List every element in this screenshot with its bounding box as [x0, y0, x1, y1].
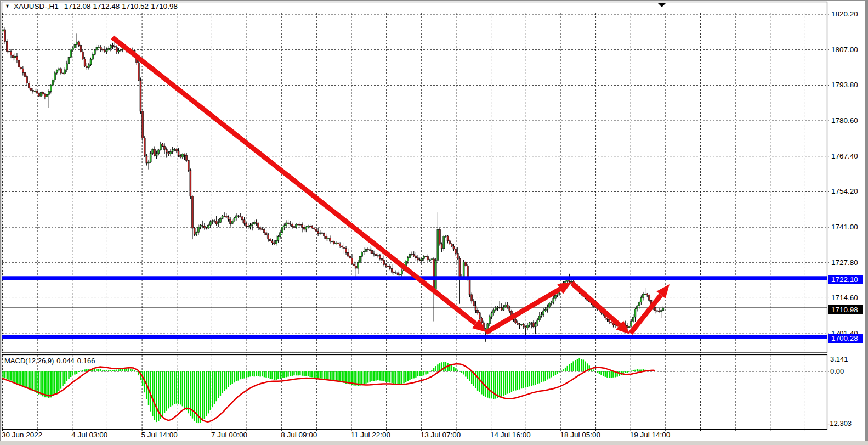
- support-price-tag[interactable]: 1700.28: [828, 334, 863, 343]
- price-axis-label: 1780.60: [831, 116, 858, 125]
- window-frame-right: [865, 0, 868, 445]
- time-axis-label[interactable]: 7 Jul 00:00: [211, 431, 247, 439]
- macd-indicator-label: MACD(12,26,9)0.0440.166: [4, 357, 98, 365]
- price-axis-label: 1714.60: [831, 294, 858, 302]
- ohlc-close: 1710.98: [151, 2, 178, 10]
- time-axis-label[interactable]: 19 Jul 14:00: [630, 431, 671, 439]
- window-frame-left: [0, 0, 1, 445]
- time-axis-label[interactable]: 8 Jul 09:00: [281, 431, 317, 439]
- macd-axis-label: 3.141: [830, 356, 848, 363]
- resistance-price-tag[interactable]: 1722.10: [828, 275, 863, 284]
- chart-title-overlay: ▼XAUUSD-,H11712.081712.481710.521710.98: [5, 2, 180, 10]
- macd-name: MACD(12,26,9): [4, 357, 54, 365]
- support-line[interactable]: [2, 335, 827, 339]
- macd-signal-value: 0.166: [77, 357, 95, 365]
- chart-shift-marker-icon[interactable]: [658, 3, 666, 7]
- symbol-period-label: XAUUSD-,H1: [14, 2, 59, 10]
- price-lines-layer[interactable]: [2, 276, 827, 339]
- time-axis-label[interactable]: 5 Jul 14:00: [141, 431, 178, 439]
- price-axis-label: 1820.20: [831, 10, 858, 19]
- macd-value: 0.044: [56, 357, 75, 365]
- current-price-price-tag[interactable]: 1710.98: [828, 305, 863, 314]
- price-axis-label: 1793.80: [831, 81, 858, 89]
- time-axis-label[interactable]: 18 Jul 05:00: [560, 431, 600, 439]
- time-axis-label[interactable]: 4 Jul 03:00: [71, 431, 107, 439]
- time-axis-label[interactable]: 11 Jul 22:00: [351, 431, 391, 439]
- trend-arrow[interactable]: [572, 283, 620, 325]
- price-axis-label: 1754.20: [831, 187, 858, 196]
- symbol-dropdown-icon[interactable]: ▼: [5, 3, 10, 9]
- price-axis-label: 1727.80: [831, 258, 858, 267]
- price-axis-label: 1767.40: [831, 152, 858, 161]
- price-axis-label: 1741.00: [831, 223, 858, 232]
- price-axis-label: 1807.00: [831, 46, 858, 54]
- chart-canvas[interactable]: [0, 0, 868, 445]
- candles-layer: [2, 15, 664, 342]
- ohlc-high: 1712.48: [93, 2, 120, 10]
- time-axis-label[interactable]: 13 Jul 07:00: [421, 431, 461, 439]
- macd-axis-label: 0.00: [830, 368, 844, 375]
- trading-chart-window: ▼XAUUSD-,H11712.081712.481710.521710.98 …: [0, 0, 868, 445]
- trend-arrows-layer[interactable]: [112, 37, 670, 334]
- macd-histogram-layer: [2, 358, 657, 423]
- window-frame-bottom: [0, 441, 868, 445]
- ohlc-low: 1710.52: [122, 2, 149, 10]
- ohlc-open: 1712.08: [64, 2, 91, 10]
- time-axis-label[interactable]: 30 Jun 2022: [2, 431, 42, 439]
- time-axis-label[interactable]: 14 Jul 16:00: [490, 431, 531, 439]
- macd-axis-label: -12.303: [827, 420, 852, 427]
- panel-borders: [2, 2, 827, 430]
- window-frame-top: [0, 0, 868, 1]
